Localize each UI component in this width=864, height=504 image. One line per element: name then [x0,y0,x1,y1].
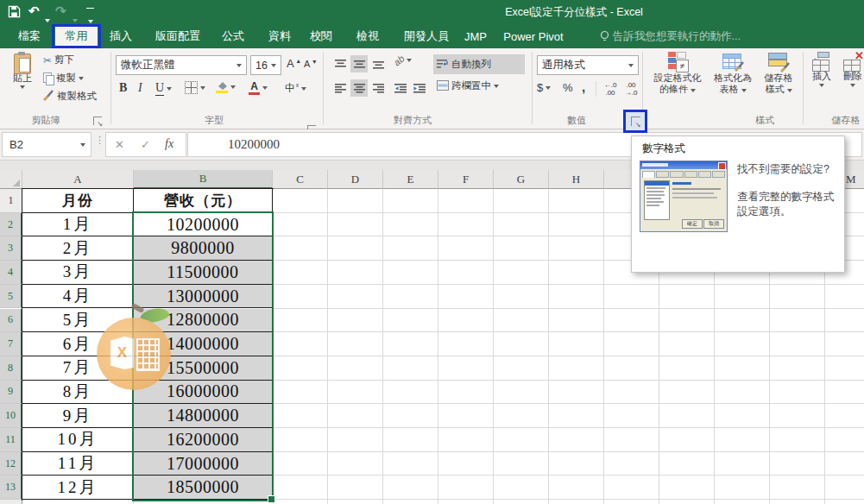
redo-dropdown-icon[interactable] [73,19,78,22]
delete-cells-button[interactable]: ✕ 刪除 [839,52,864,87]
tab-data[interactable]: 資料 [262,24,297,48]
cell-b2-active[interactable]: 10200000 [134,213,273,237]
cell-a13[interactable]: 12月 [22,476,134,500]
italic-button[interactable]: I [138,81,142,95]
name-box[interactable]: B2 [2,132,91,157]
tab-review[interactable]: 校閱 [304,24,338,48]
row-header-9[interactable]: 9 [0,381,22,405]
save-icon[interactable] [8,5,21,22]
cell-styles-button[interactable]: 儲存格 樣式 [760,52,798,95]
cell-b12[interactable]: 17000000 [134,452,273,476]
tab-jmp[interactable]: JMP [461,24,490,48]
align-middle-button[interactable] [350,55,368,72]
tab-formulas[interactable]: 公式 [216,24,250,48]
cut-button[interactable]: ✂ 剪下 [43,54,74,66]
tab-power-pivot[interactable]: Power Pivot [501,24,566,48]
align-bottom-button[interactable] [369,55,387,72]
fill-color-button[interactable] [216,81,236,93]
align-right-button[interactable] [369,79,387,97]
conditional-formatting-button[interactable]: ≠ 設定格式化 的條件 [649,52,706,95]
row-header-6[interactable]: 6 [0,309,22,333]
format-painter-button[interactable]: 複製格式 [43,90,97,103]
comma-style-button[interactable]: , [582,79,585,94]
tell-me-box[interactable]: 告訴我您想要執行的動作... [613,24,794,48]
align-top-button[interactable] [331,55,349,72]
font-color-button[interactable]: A [249,81,268,95]
namebox-splitter[interactable]: ⋮ [95,138,104,142]
phonetic-guide-button[interactable]: 中 ˣ [285,81,306,96]
align-center-button[interactable] [350,79,368,97]
customize-qat-icon[interactable] [86,8,94,9]
wrap-text-button[interactable]: 自動換列 [433,54,525,74]
percent-style-button[interactable]: % [563,81,573,94]
redo-icon[interactable]: ↷ [55,4,66,18]
cell-a6[interactable]: 5月 [22,309,134,333]
align-left-button[interactable] [331,79,349,97]
cell-a9[interactable]: 8月 [22,381,134,405]
row-header-2[interactable]: 2 [0,213,22,237]
undo-dropdown-icon[interactable] [45,19,50,22]
cell-b11[interactable]: 16200000 [134,428,273,452]
row-header-10[interactable]: 10 [0,404,22,428]
insert-cells-button[interactable]: ← 插入 [808,52,836,87]
column-header-d[interactable]: D [328,170,383,189]
column-header-a[interactable]: A [22,170,134,189]
column-header-m[interactable]: M [846,173,856,186]
font-name-box[interactable]: 微軟正黑體 [116,55,247,75]
number-format-dropdown[interactable]: 通用格式 [537,55,639,75]
cell-a1[interactable]: 月份 [22,189,134,213]
row-header-4[interactable]: 4 [0,261,22,285]
column-header-e[interactable]: E [383,170,438,189]
merge-center-button[interactable]: 跨欄置中 [433,79,528,92]
cell-a2[interactable]: 1月 [22,213,134,237]
tab-insert[interactable]: 插入 [104,24,138,48]
column-header-h[interactable]: H [549,170,604,189]
accounting-format-button[interactable]: $ [537,81,551,94]
shrink-font-button[interactable]: A▾ [304,59,316,69]
cell-b3[interactable]: 9800000 [134,236,273,261]
cell-a11[interactable]: 10月 [22,428,134,452]
orientation-button[interactable]: ab [394,55,412,66]
grow-font-button[interactable]: A▴ [287,57,300,70]
cell-a10[interactable]: 9月 [22,404,134,428]
undo-icon[interactable]: ↶ [28,4,40,18]
tab-view[interactable]: 檢視 [350,24,385,48]
cell-b8[interactable]: 15500000 [134,356,273,381]
column-header-b[interactable]: B [134,170,273,189]
number-dialog-launcher[interactable] [631,117,640,126]
increase-decimal-button[interactable]: ←.0 .00 [601,81,620,97]
row-header-5[interactable]: 5 [0,285,22,309]
cell-b1[interactable]: 營收（元） [134,189,273,213]
cell-b5[interactable]: 13000000 [134,285,273,309]
cell-b10[interactable]: 14800000 [134,404,273,428]
format-as-table-button[interactable]: 格式化為 表格 [709,52,756,95]
column-header-g[interactable]: G [494,170,549,189]
cell-b6[interactable]: 12800000 [134,309,273,333]
cell-a12[interactable]: 11月 [22,452,134,476]
row-header-8[interactable]: 8 [0,356,22,381]
font-size-box[interactable]: 16 [250,55,281,75]
decrease-indent-button[interactable] [392,79,409,97]
row-header-7[interactable]: 7 [0,332,22,356]
cell-b9[interactable]: 16000000 [134,381,273,405]
row-header-11[interactable]: 11 [0,428,22,452]
row-header-1[interactable]: 1 [0,189,22,213]
borders-button[interactable] [185,81,205,94]
enter-icon[interactable]: ✓ [141,138,150,151]
tab-page-layout[interactable]: 版面配置 [152,24,204,48]
clipboard-dialog-launcher[interactable] [93,117,102,125]
cell-a5[interactable]: 4月 [22,285,134,309]
paste-button[interactable]: 貼上 [7,52,38,89]
cell-a4[interactable]: 3月 [22,261,134,285]
cell-a3[interactable]: 2月 [22,236,134,261]
cell-a7[interactable]: 6月 [22,332,134,356]
bold-button[interactable]: B [119,81,127,95]
increase-indent-button[interactable] [411,79,428,97]
decrease-decimal-button[interactable]: .00 →.0 [621,81,640,97]
select-all-corner[interactable] [0,170,22,189]
copy-button[interactable]: 複製 [43,72,84,85]
cell-b7[interactable]: 14000000 [134,332,273,356]
cell-b13[interactable]: 18500000 [134,476,273,500]
tab-developer[interactable]: 開發人員 [399,24,454,48]
cancel-icon[interactable]: ✕ [115,138,124,151]
